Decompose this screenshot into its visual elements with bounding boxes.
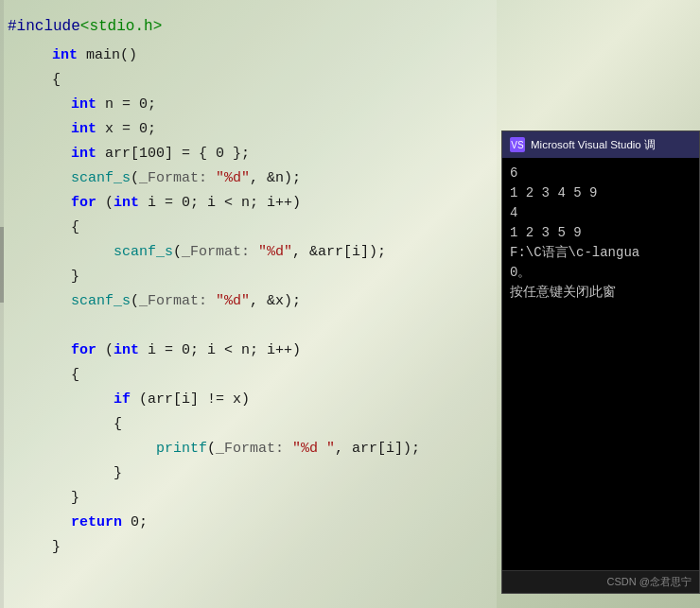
line-scanf-n: scanf_s(_Format: "%d", &n);: [0, 167, 497, 192]
console-app-icon: VS: [510, 137, 525, 152]
for-2-sig: (: [96, 339, 114, 361]
scanf-func-3: scanf_s: [71, 290, 131, 312]
line-arr-decl: int arr[100] = { 0 };: [0, 143, 497, 167]
line-scanf-x: scanf_s(_Format: "%d", &x);: [0, 290, 497, 315]
return-val: 0;: [122, 512, 148, 533]
scanf-args-1: , &n);: [250, 167, 301, 189]
line-for2-close: }: [0, 487, 497, 512]
vs-icon-text: VS: [511, 140, 523, 150]
printf-func: printf: [156, 438, 207, 460]
console-line-7: 按任意键关闭此窗: [510, 283, 691, 303]
scanf-format-label-1: _Format:: [139, 167, 216, 189]
line-return: return 0;: [0, 512, 497, 536]
include-header: <stdio.h>: [80, 18, 162, 35]
line-for-1: for (int i = 0; i < n; i++): [0, 192, 497, 217]
line-for1-close: }: [0, 266, 497, 290]
scanf-paren-2: (: [173, 241, 182, 263]
scanf-func-2: scanf_s: [114, 241, 173, 263]
main-sig: main(): [78, 44, 137, 66]
line-main-close: }: [0, 536, 497, 561]
scanf-format-str-2: "%d": [258, 241, 292, 263]
printf-format-str: "%d ": [292, 438, 335, 460]
include-line: #include<stdio.h>: [0, 8, 497, 44]
scanf-args-3: , &x);: [250, 290, 301, 312]
console-line-6: 0。: [510, 263, 691, 283]
console-title: Microsoft Visual Studio 调: [531, 138, 656, 152]
console-titlebar: VS Microsoft Visual Studio 调: [502, 131, 699, 158]
console-body: 6 1 2 3 4 5 9 4 1 2 3 5 9 F:\C语言\c-langu…: [502, 158, 699, 570]
keyword-int-x: int: [71, 118, 96, 140]
keyword-int-arr: int: [71, 143, 96, 165]
scanf-func-1: scanf_s: [71, 167, 131, 189]
line-open-brace: {: [0, 69, 497, 94]
n-decl: n = 0;: [96, 94, 156, 115]
line-scanf-arr: scanf_s(_Format: "%d", &arr[i]);: [0, 241, 497, 266]
x-decl: x = 0;: [96, 118, 156, 140]
console-line-1: 6: [510, 164, 691, 183]
scanf-paren-3: (: [131, 290, 139, 312]
console-window: VS Microsoft Visual Studio 调 6 1 2 3 4 5…: [501, 130, 700, 594]
code-editor: #include<stdio.h> int main() { int n = 0…: [0, 0, 497, 608]
console-line-2: 1 2 3 4 5 9: [510, 183, 691, 203]
brace-open: {: [52, 69, 61, 91]
scrollbar-indicator: [0, 227, 4, 303]
for-1-body: i = 0; i < n; i++): [139, 192, 301, 214]
if-brace-open: {: [114, 413, 122, 435]
scanf-format-label-2: _Format:: [182, 241, 258, 263]
console-line-3: 4: [510, 203, 691, 223]
line-n-decl: int n = 0;: [0, 94, 497, 118]
for1-brace-close: }: [71, 266, 79, 287]
keyword-return: return: [71, 512, 122, 533]
line-if-close: }: [0, 462, 497, 487]
keyword-if: if: [114, 389, 131, 410]
scanf-format-str-3: "%d": [216, 290, 250, 312]
console-line-5: F:\C语言\c-langua: [510, 243, 691, 263]
keyword-int-for2: int: [114, 339, 139, 361]
line-for-2: for (int i = 0; i < n; i++): [0, 339, 497, 364]
for1-brace-open: {: [71, 217, 79, 238]
printf-format-label: _Format:: [216, 438, 292, 460]
left-scrollbar: [0, 0, 4, 608]
arr-decl: arr[100] = { 0 };: [96, 143, 250, 165]
for-2-body: i = 0; i < n; i++): [139, 339, 301, 361]
code-content: #include<stdio.h> int main() { int n = 0…: [0, 0, 497, 568]
line-x-decl: int x = 0;: [0, 118, 497, 143]
console-footer-text: CSDN @念君思宁: [607, 576, 691, 587]
console-footer: CSDN @念君思宁: [502, 570, 699, 593]
line-if-open: {: [0, 413, 497, 438]
main-brace-close: }: [52, 536, 61, 558]
scanf-args-2: , &arr[i]);: [292, 241, 386, 263]
scanf-format-label-3: _Format:: [139, 290, 216, 312]
console-line-4: 1 2 3 5 9: [510, 223, 691, 243]
for-1-sig: (: [96, 192, 114, 214]
line-blank: [0, 315, 497, 339]
if-brace-close: }: [114, 462, 122, 484]
line-for1-open: {: [0, 217, 497, 241]
line-main: int main(): [0, 44, 497, 69]
scanf-paren-1: (: [131, 167, 139, 189]
printf-paren: (: [207, 438, 216, 460]
line-if: if (arr[i] != x): [0, 389, 497, 413]
if-condition: (arr[i] != x): [131, 389, 250, 410]
scanf-format-str-1: "%d": [216, 167, 250, 189]
keyword-for-1: for: [71, 192, 96, 214]
printf-args: , arr[i]);: [335, 438, 420, 460]
line-printf: printf(_Format: "%d ", arr[i]);: [0, 438, 497, 462]
for2-brace-close: }: [71, 487, 79, 509]
keyword-int-for1: int: [114, 192, 139, 214]
keyword-for-2: for: [71, 339, 96, 361]
keyword-int-n: int: [71, 94, 96, 115]
line-for2-open: {: [0, 364, 497, 389]
hash: #include: [8, 18, 80, 35]
for2-brace-open: {: [71, 364, 79, 386]
keyword-int-main: int: [52, 44, 78, 66]
